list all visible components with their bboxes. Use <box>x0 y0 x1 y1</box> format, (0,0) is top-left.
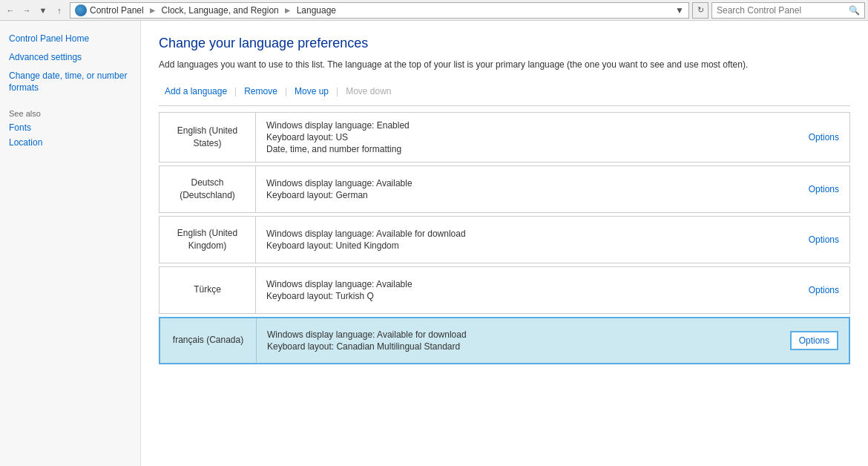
language-item-turkce[interactable]: Türkçe Windows display language: Availab… <box>159 266 850 314</box>
breadcrumb-root: Control Panel <box>90 5 144 16</box>
search-icon: 🔍 <box>849 5 860 16</box>
detail-line-2: Keyboard layout: German <box>266 190 788 200</box>
language-details-turkce: Windows display language: Available Keyb… <box>256 267 798 313</box>
language-list: English (UnitedStates) Windows display l… <box>159 112 850 367</box>
options-cell-turkce: Options <box>798 267 849 313</box>
see-also-section: See also Fonts Location <box>9 109 131 148</box>
globe-icon <box>75 4 87 16</box>
sep-1: | <box>234 86 237 96</box>
options-link-deutsch[interactable]: Options <box>809 184 839 194</box>
sep-3: | <box>336 86 338 96</box>
language-name-turkce: Türkçe <box>160 267 256 313</box>
language-name-english-us: English (UnitedStates) <box>160 113 256 162</box>
breadcrumb-current: Language <box>297 5 336 16</box>
see-also-title: See also <box>9 109 131 118</box>
language-details-deutsch: Windows display language: Available Keyb… <box>256 166 798 212</box>
language-name-francais-canada: français (Canada) <box>160 318 257 363</box>
sidebar-item-advanced-settings[interactable]: Advanced settings <box>9 51 131 64</box>
forward-button[interactable]: → <box>19 3 34 18</box>
detail-line-2: Keyboard layout: Turkish Q <box>266 291 788 301</box>
address-bar[interactable]: Control Panel ► Clock, Language, and Reg… <box>70 2 689 19</box>
sidebar: Control Panel Home Advanced settings Cha… <box>0 21 141 466</box>
options-cell-english-us: Options <box>798 113 849 162</box>
refresh-button[interactable]: ↻ <box>692 2 708 19</box>
language-toolbar: Add a language | Remove | Move up | Move… <box>159 83 850 106</box>
options-link-english-us[interactable]: Options <box>809 132 839 142</box>
detail-line-1: Windows display language: Available <box>266 279 788 289</box>
search-bar[interactable]: 🔍 <box>711 2 865 19</box>
page-title: Change your language preferences <box>159 36 850 51</box>
language-details-english-uk: Windows display language: Available for … <box>256 217 798 263</box>
detail-line-2: Keyboard layout: US <box>266 132 788 142</box>
language-name-english-uk: English (UnitedKingdom) <box>160 217 256 263</box>
sidebar-item-fonts[interactable]: Fonts <box>9 122 131 133</box>
language-item-english-us[interactable]: English (UnitedStates) Windows display l… <box>159 112 850 163</box>
options-cell-english-uk: Options <box>798 217 849 263</box>
language-item-english-uk[interactable]: English (UnitedKingdom) Windows display … <box>159 216 850 263</box>
sep-2: | <box>285 86 287 96</box>
language-item-francais-canada[interactable]: français (Canada) Windows display langua… <box>159 317 850 364</box>
options-cell-deutsch: Options <box>798 166 849 212</box>
language-details-francais-canada: Windows display language: Available for … <box>257 318 780 363</box>
back-button[interactable]: ← <box>3 3 18 18</box>
breadcrumb-sep-2: ► <box>283 5 292 16</box>
detail-line-1: Windows display language: Available <box>266 178 788 188</box>
breadcrumb-sep-1: ► <box>148 5 157 16</box>
detail-line-1: Windows display language: Available for … <box>266 229 788 239</box>
language-details-english-us: Windows display language: Enabled Keyboa… <box>256 113 798 162</box>
page-description: Add languages you want to use to this li… <box>159 59 850 71</box>
detail-line-3: Date, time, and number formatting <box>266 144 788 154</box>
detail-line-1: Windows display language: Available for … <box>267 329 769 340</box>
title-bar: ← → ▼ ↑ Control Panel ► Clock, Language,… <box>0 0 868 21</box>
detail-line-1: Windows display language: Enabled <box>266 120 788 131</box>
options-cell-francais-canada: Options <box>780 318 849 363</box>
detail-line-2: Keyboard layout: Canadian Multilingual S… <box>267 341 769 352</box>
content-area: Change your language preferences Add lan… <box>141 21 868 466</box>
main-layout: Control Panel Home Advanced settings Cha… <box>0 21 868 466</box>
language-item-deutsch[interactable]: Deutsch(Deutschland) Windows display lan… <box>159 165 850 213</box>
sidebar-item-location[interactable]: Location <box>9 137 131 148</box>
dropdown-button[interactable]: ▼ <box>36 3 50 18</box>
nav-buttons: ← → ▼ ↑ <box>3 3 67 18</box>
language-name-deutsch: Deutsch(Deutschland) <box>160 166 256 212</box>
remove-button[interactable]: Remove <box>238 83 283 99</box>
move-down-button[interactable]: Move down <box>340 83 397 99</box>
options-link-english-uk[interactable]: Options <box>809 234 839 245</box>
options-link-turkce[interactable]: Options <box>809 285 839 295</box>
up-button[interactable]: ↑ <box>52 3 67 18</box>
add-language-button[interactable]: Add a language <box>159 83 233 99</box>
move-up-button[interactable]: Move up <box>289 83 335 99</box>
breadcrumb-middle: Clock, Language, and Region <box>162 5 279 16</box>
detail-line-2: Keyboard layout: United Kingdom <box>266 240 788 251</box>
address-dropdown-icon[interactable]: ▼ <box>675 5 684 16</box>
search-input[interactable] <box>717 5 849 16</box>
options-button-francais-canada[interactable]: Options <box>790 331 838 350</box>
sidebar-item-control-panel-home[interactable]: Control Panel Home <box>9 33 131 45</box>
sidebar-item-change-date-time[interactable]: Change date, time, or number formats <box>9 70 131 95</box>
